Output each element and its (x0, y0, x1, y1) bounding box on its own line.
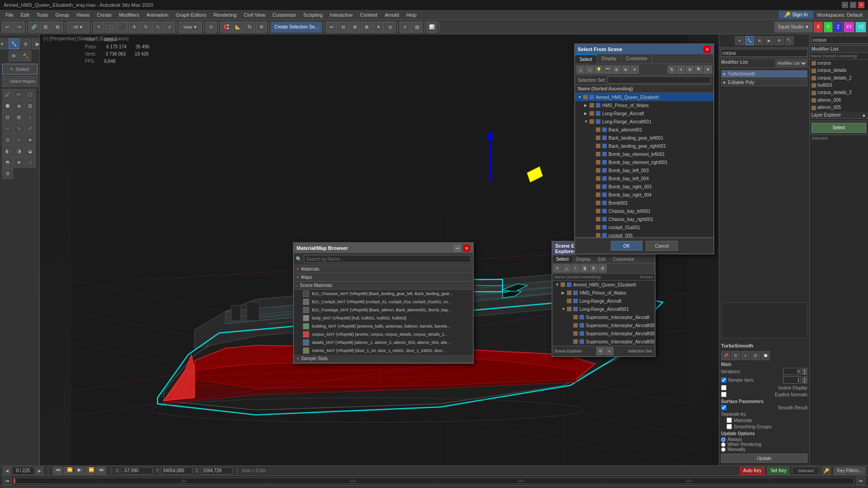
menu-tools[interactable]: Tools (33, 11, 52, 19)
selection-set-input[interactable] (608, 76, 711, 84)
mat-item-1[interactable]: B21_Cockpit_MAT (VRayMtl) [cockpit_01, c… (294, 298, 473, 306)
menu-modifiers[interactable]: Modifiers (115, 11, 143, 19)
mat-item-0[interactable]: B21_Chassiss_MAT (VRayMtl) [Back_landing… (294, 290, 473, 298)
se-select-tab[interactable]: Select (552, 255, 572, 263)
scene-sort-btn[interactable]: ⇅ (668, 66, 676, 74)
se-close-btn2[interactable]: ✕ (553, 264, 561, 272)
next-frame-btn[interactable]: ▶ (35, 467, 43, 475)
menu-edit[interactable]: Edit (17, 11, 33, 19)
tree-item-bomb_bay_left_004[interactable]: Bomb_bay_left_004 (575, 174, 713, 183)
unlink-btn[interactable]: ⛓ (40, 22, 51, 33)
tool-11[interactable]: ⤡ (14, 123, 24, 134)
tool-17[interactable]: ◑ (14, 145, 24, 156)
mat-item-7[interactable]: interior_MAT (VRayMtl) [door_1_int, door… (294, 347, 473, 355)
se-tree[interactable]: ▼Armed_HMS_Queen_Elizabeth▶HMS_Prince_of… (552, 281, 655, 346)
timeline-tick-3[interactable] (266, 478, 350, 483)
tool-8[interactable]: ⊠ (14, 112, 24, 122)
create-selection-set-btn[interactable]: Create Selection Se... (271, 22, 322, 33)
mod-icon-3[interactable]: ≡ (741, 351, 750, 360)
mat-section-maps[interactable]: + Maps (294, 273, 473, 282)
render-iters-up[interactable]: ▲ (802, 376, 807, 380)
timeline-track[interactable]: 050100150200 (14, 478, 854, 484)
percent-snap-btn[interactable]: % (244, 22, 255, 33)
link-btn[interactable]: 🔗 (28, 22, 39, 33)
align-view-btn[interactable]: ⊞ (349, 22, 360, 33)
smooth-result-checkbox[interactable] (721, 405, 726, 410)
materials-checkbox[interactable] (726, 418, 732, 423)
tree-item-bomb_bay_element_right001[interactable]: Bomb_bay_element_right001 (575, 158, 713, 166)
align-normal-btn[interactable]: ⊠ (361, 22, 372, 33)
tree-expand-btn[interactable]: ▶ (584, 111, 589, 116)
tree-item-bomb001[interactable]: Bomb001 (575, 199, 713, 207)
isolate-btn[interactable]: ◎ (385, 22, 396, 33)
se-tree-item-2[interactable]: Long-Range_Aircraft (552, 297, 655, 305)
ok-btn[interactable]: OK (611, 241, 642, 251)
utilities-mode-btn[interactable]: 🔨 (785, 36, 794, 45)
menu-arnold[interactable]: Arnold (381, 11, 403, 19)
se-tree-item-4[interactable]: Supersonic_Interceptor_Aircraft (552, 313, 655, 321)
se-new-btn[interactable]: + (571, 264, 580, 272)
scene-filter-camera[interactable]: 📷 (604, 66, 612, 74)
tree-item-back_aileron001[interactable]: Back_aileron001 (575, 126, 713, 134)
explicit-normals-checkbox[interactable] (721, 392, 726, 397)
tool-13[interactable]: ◎ (2, 134, 13, 145)
frp-layer-item-5[interactable]: aileron_006 (810, 97, 868, 104)
scene-options-btn[interactable]: ⚙ (686, 66, 694, 74)
frp-layer-item-2[interactable]: corpus_details_2 (810, 75, 868, 82)
se-tree-item-1[interactable]: ▶HMS_Prince_of_Wales (552, 289, 655, 297)
menu-customize[interactable]: Customize (269, 11, 300, 19)
restore-button[interactable]: □ (850, 2, 856, 8)
cancel-btn[interactable]: Cancel (646, 241, 678, 251)
minimize-button[interactable]: ─ (842, 2, 848, 8)
play-backward-btn[interactable]: ⏮ (53, 467, 63, 475)
display-panel-btn[interactable]: 👁 (9, 51, 19, 61)
tool-2[interactable]: ✂ (14, 89, 24, 100)
customize-tab[interactable]: Customize (622, 54, 652, 64)
menu-rendering[interactable]: Rendering (210, 11, 241, 19)
frp-layer-item-1[interactable]: corpus_details (810, 67, 868, 74)
se-tree-item-5[interactable]: Supersonic_Interceptor_Aircraft001 (552, 321, 655, 329)
render-iters-checkbox[interactable] (721, 377, 726, 383)
editable-poly-modifier[interactable]: ▶ Editable Poly (721, 79, 807, 86)
menu-views[interactable]: Views (73, 11, 93, 19)
tree-item-back_landing_right001[interactable]: Back_landing_gear_right001 (575, 142, 713, 150)
key-mode-btn[interactable]: 🔑 (822, 467, 831, 475)
rotate-btn[interactable]: ↻ (141, 22, 151, 33)
auto-key-btn[interactable]: Auto Key (740, 467, 765, 475)
se-filter-geo[interactable]: △ (562, 264, 571, 272)
render-iters-down[interactable]: ▼ (802, 380, 807, 384)
utilities-panel-btn[interactable]: 🔨 (20, 51, 31, 61)
tool-9[interactable]: ↕ (25, 112, 36, 122)
modifier-dropdown[interactable]: Modifier List (775, 60, 807, 67)
mat-section-scene[interactable]: - Scene Materials (294, 282, 473, 290)
frame-input[interactable] (12, 467, 34, 475)
select-object-tool[interactable]: ↖ Select (2, 64, 38, 75)
timeline-tick-7[interactable] (602, 478, 686, 483)
step-forward-btn[interactable]: ⏩ (85, 467, 95, 475)
timeline-tick-8[interactable]: 200 (686, 478, 770, 483)
update-btn[interactable]: Update (721, 454, 807, 463)
se-display-tab[interactable]: Display (572, 255, 594, 263)
scene-display-btn[interactable]: ≡ (677, 66, 685, 74)
mat-item-5[interactable]: corpus_MAT (VRayMtl) [anchor, corpus, co… (294, 330, 473, 338)
create-panel-btn[interactable]: ✦ (0, 38, 8, 49)
tool-22[interactable]: ⚙ (2, 168, 13, 179)
timeline-end-btn[interactable]: ⏭ (856, 477, 865, 485)
timeline-tick-1[interactable] (98, 478, 182, 483)
tree-item-bomb_bay_right_003[interactable]: Bomb_bay_right_003 (575, 183, 713, 191)
mat-item-6[interactable]: details_MAT (VRayMtl) [aileron_1, ailero… (294, 338, 473, 347)
hierarchy-panel-btn[interactable]: ⊕ (20, 38, 31, 49)
isoline-checkbox[interactable] (721, 385, 726, 390)
mod-icon-1[interactable]: 📌 (721, 351, 730, 360)
se-delete-btn[interactable]: 🗑 (580, 264, 589, 272)
tree-item-cockpit_01a001[interactable]: cockpit_01a001 (575, 223, 713, 231)
when-rendering-radio[interactable] (721, 442, 726, 447)
mat-search-input[interactable] (304, 255, 471, 263)
menu-group[interactable]: Group (52, 11, 73, 19)
layer-explorer-expand-btn[interactable]: ▲ (862, 113, 866, 117)
tree-expand-btn[interactable]: ▼ (584, 119, 589, 124)
z-axis-btn[interactable]: Z (834, 22, 843, 33)
modify-panel-btn[interactable]: 🔧 (9, 38, 19, 49)
menu-create[interactable]: Create (93, 11, 115, 19)
timeline-tick-4[interactable]: 100 (350, 478, 434, 483)
